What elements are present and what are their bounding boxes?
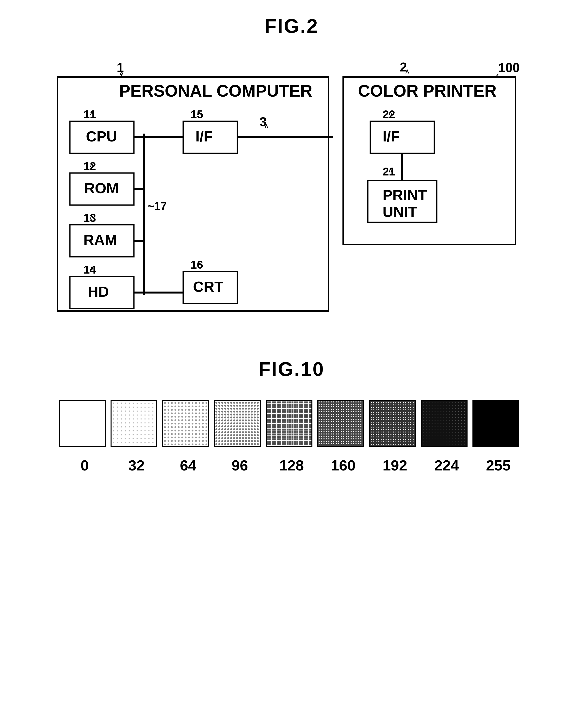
svg-text:UNIT: UNIT [383,204,417,220]
svg-text:22: 22 [383,108,395,121]
density-label-192: 192 [369,457,421,474]
fig2-title: FIG.2 [265,15,318,37]
svg-rect-62 [370,401,416,447]
svg-text:PRINT: PRINT [383,187,427,203]
density-label-64: 64 [162,457,214,474]
svg-text:16: 16 [191,258,203,271]
svg-text:CRT: CRT [193,279,223,295]
density-box-96 [214,400,261,447]
density-label-128: 128 [266,457,317,474]
svg-rect-53 [215,401,261,447]
svg-text:I/F: I/F [195,128,213,145]
svg-rect-47 [112,401,157,447]
svg-text:100: 100 [498,60,520,75]
svg-rect-50 [163,401,209,447]
svg-text:2: 2 [400,60,407,74]
svg-rect-65 [422,401,468,447]
density-box-224 [421,400,468,447]
svg-text:~17: ~17 [147,200,167,212]
density-box-0 [59,400,106,447]
density-label-0: 0 [59,457,111,474]
svg-text:PERSONAL COMPUTER: PERSONAL COMPUTER [119,81,312,100]
svg-text:ROM: ROM [84,180,119,197]
svg-text:COLOR PRINTER: COLOR PRINTER [358,81,497,100]
density-box-192 [369,400,416,447]
density-box-255 [472,400,519,447]
density-boxes-row [59,400,524,447]
svg-text:CPU: CPU [86,128,117,145]
svg-rect-38 [370,121,434,153]
svg-text:15: 15 [191,108,203,121]
svg-text:14: 14 [83,263,96,276]
svg-text:HD: HD [88,283,109,300]
svg-rect-56 [267,401,312,447]
svg-text:1: 1 [117,60,124,75]
density-label-224: 224 [421,457,472,474]
svg-rect-32 [343,77,516,244]
svg-text:11: 11 [83,108,96,121]
density-box-128 [266,400,312,447]
density-label-255: 255 [472,457,524,474]
density-label-160: 160 [317,457,369,474]
density-box-32 [111,400,157,447]
density-label-96: 96 [214,457,266,474]
svg-text:RAM: RAM [83,232,117,248]
fig10-title: FIG.10 [258,358,325,381]
svg-text:21: 21 [383,165,395,178]
density-box-64 [162,400,209,447]
svg-rect-59 [318,401,364,447]
svg-text:13: 13 [83,211,96,224]
density-label-32: 32 [111,457,162,474]
svg-text:I/F: I/F [383,128,400,145]
svg-text:12: 12 [83,160,96,173]
density-labels-row: 0 32 64 96 128 160 192 224 255 [59,457,524,474]
density-box-160 [317,400,364,447]
